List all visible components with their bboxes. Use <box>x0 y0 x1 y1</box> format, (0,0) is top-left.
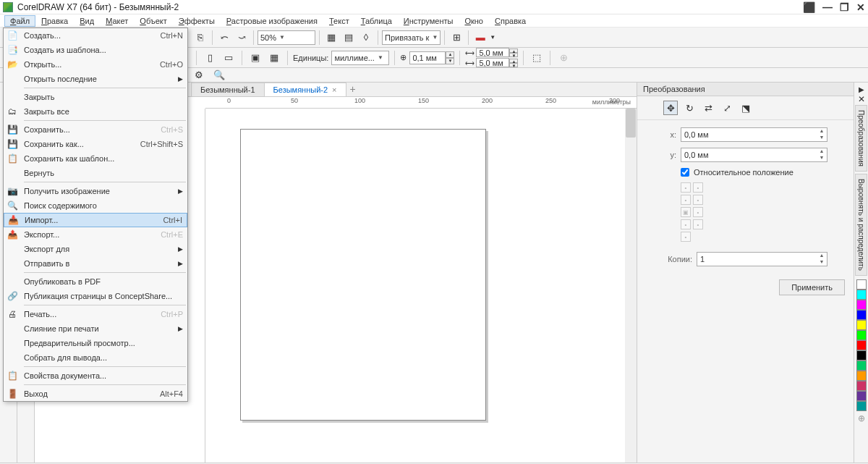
page <box>240 129 486 421</box>
color-swatch[interactable] <box>856 381 867 391</box>
page-btn[interactable]: ▦ <box>266 50 282 66</box>
minimize-button[interactable]: — <box>822 1 833 13</box>
color-swatch[interactable] <box>856 330 867 340</box>
transformations-docker: Преобразования ✥ ↻ ⇄ ⤢ ⬔ x: ▲▼ y: ▲▼ Отн… <box>637 83 854 463</box>
rotate-icon[interactable]: ↻ <box>682 101 697 115</box>
color-swatch[interactable] <box>856 391 867 401</box>
x-field[interactable]: ▲▼ <box>681 127 827 142</box>
menu-item[interactable]: 📋Сохранить как шаблон... <box>4 151 187 166</box>
menu-item[interactable]: 📷Получить изображение▶ <box>4 184 187 198</box>
menu-окно[interactable]: Окно <box>459 15 489 27</box>
toolbar-btn[interactable]: ⬚ <box>529 50 545 66</box>
menu-эффекты[interactable]: Эффекты <box>173 15 221 27</box>
menu-правка[interactable]: Правка <box>35 15 74 27</box>
close-button[interactable]: ✕ <box>856 1 865 13</box>
close-docker-icon[interactable]: ✕ <box>858 94 865 104</box>
toolbar-btn[interactable]: ⤻ <box>234 30 250 46</box>
menu-item: 🖨Печать...Ctrl+P <box>4 307 187 321</box>
menu-item[interactable]: 📋Свойства документа... <box>4 368 187 383</box>
add-tab-button[interactable]: + <box>346 83 360 96</box>
zoom-combo[interactable]: 50%▼ <box>258 30 315 45</box>
x-label: x: <box>663 130 676 139</box>
toolbar-btn[interactable]: ⤺ <box>216 30 232 46</box>
ruler-vertical <box>194 109 205 463</box>
expand-icon[interactable]: ▶ <box>859 85 864 93</box>
menu-item[interactable]: 🔍Поиск содержимого <box>4 198 187 213</box>
color-swatch[interactable] <box>856 371 867 381</box>
toolbar-btn[interactable]: ⎘ <box>192 30 208 46</box>
toolbar-btn[interactable]: ⊞ <box>448 30 464 46</box>
nudge-spinner[interactable]: ▲▼ <box>409 51 454 64</box>
settings-icon[interactable]: ⚙ <box>191 67 207 83</box>
menu-текст[interactable]: Текст <box>323 15 355 27</box>
dup-y-spinner[interactable]: ⟷▲▼ <box>465 58 518 67</box>
copies-field[interactable]: ▲▼ <box>697 252 827 266</box>
menu-item[interactable]: 🚪ВыходAlt+F4 <box>4 387 187 401</box>
menu-инструменты[interactable]: Инструменты <box>398 15 459 27</box>
search-icon[interactable]: 🔍 <box>211 67 227 83</box>
move-icon[interactable]: ✥ <box>663 101 678 115</box>
menu-item[interactable]: Отправить в▶ <box>4 256 187 271</box>
color-swatch[interactable] <box>856 401 867 411</box>
menu-item[interactable]: 📄Создать...Ctrl+N <box>4 28 187 43</box>
menu-item[interactable]: Слияние при печати▶ <box>4 321 187 336</box>
apply-button[interactable]: Применить <box>779 279 845 295</box>
y-field[interactable]: ▲▼ <box>681 148 827 162</box>
toolbar-btn[interactable]: ▤ <box>341 30 357 46</box>
menu-item[interactable]: 📥Импорт...Ctrl+I <box>4 213 187 227</box>
color-swatch[interactable] <box>856 290 867 300</box>
anchor-grid[interactable]: ••••▣•••• <box>663 182 714 242</box>
relative-checkbox[interactable]: Относительное положение <box>663 168 827 177</box>
document-tab[interactable]: Безымянный-2× <box>264 83 346 96</box>
page-btn[interactable]: ▣ <box>247 50 263 66</box>
document-tab[interactable]: Безымянный-1 <box>191 83 265 96</box>
toolbar-btn[interactable]: ▦ <box>323 30 339 46</box>
orientation-portrait-icon[interactable]: ▯ <box>202 50 218 66</box>
help-indicator-icon[interactable]: ⬛ <box>803 1 815 13</box>
docker-title: Преобразования <box>637 83 854 96</box>
add-swatch-icon[interactable]: ⊕ <box>858 413 865 423</box>
menu-item: Предварительный просмотр... <box>4 336 187 350</box>
menu-объект[interactable]: Объект <box>134 15 172 27</box>
skew-icon[interactable]: ⬔ <box>739 101 753 115</box>
menu-вид[interactable]: Вид <box>74 15 100 27</box>
size-icon[interactable]: ⤢ <box>720 101 734 115</box>
menu-item[interactable]: 📂Открыть...Ctrl+O <box>4 57 187 72</box>
color-swatch[interactable] <box>856 350 867 360</box>
menu-файл[interactable]: Файл <box>4 15 35 27</box>
snap-combo[interactable]: Привязать к▼ <box>382 30 441 45</box>
menu-item[interactable]: Открыть последние▶ <box>4 72 187 86</box>
ruler-horizontal: миллиметры 050100150200250300 <box>205 97 637 109</box>
orientation-landscape-icon[interactable]: ▭ <box>221 50 237 66</box>
menu-item[interactable]: 📑Создать из шаблона... <box>4 43 187 57</box>
menu-item: Собрать для вывода... <box>4 350 187 365</box>
side-tab[interactable]: Преобразования <box>855 105 867 172</box>
toolbar-btn[interactable]: ▬ <box>472 30 488 46</box>
menu-item[interactable]: 🔗Публикация страницы в ConceptShare... <box>4 289 187 303</box>
units-label: Единицы: <box>293 54 328 62</box>
scrollbar-vertical[interactable] <box>625 109 637 463</box>
color-swatch[interactable] <box>856 340 867 350</box>
menu-справка[interactable]: Справка <box>489 15 532 27</box>
menu-item[interactable]: Закрыть <box>4 90 187 104</box>
menu-item[interactable]: 💾Сохранить как...Ctrl+Shift+S <box>4 137 187 151</box>
menu-растровые изображения[interactable]: Растровые изображения <box>221 15 323 27</box>
color-swatch[interactable] <box>856 310 867 320</box>
mirror-icon[interactable]: ⇄ <box>701 101 715 115</box>
menu-item[interactable]: 🗂Закрыть все <box>4 104 187 119</box>
toolbar-btn[interactable]: ⊕ <box>556 50 571 66</box>
dup-x-spinner[interactable]: ⟷▲▼ <box>465 48 518 57</box>
menu-item[interactable]: Экспорт для▶ <box>4 242 187 256</box>
side-tab[interactable]: Выровнять и распределить <box>855 174 867 276</box>
color-swatch[interactable] <box>856 360 867 371</box>
menu-макет[interactable]: Макет <box>100 15 134 27</box>
maximize-button[interactable]: ❐ <box>840 1 849 13</box>
y-label: y: <box>663 151 676 159</box>
units-combo[interactable]: миллиме...▼ <box>331 51 389 65</box>
menu-таблица[interactable]: Таблица <box>355 15 398 27</box>
color-swatch[interactable] <box>856 300 867 310</box>
canvas[interactable] <box>205 109 637 463</box>
toolbar-btn[interactable]: ◊ <box>358 30 374 46</box>
color-swatch[interactable] <box>856 320 867 330</box>
color-swatch[interactable] <box>856 279 867 290</box>
